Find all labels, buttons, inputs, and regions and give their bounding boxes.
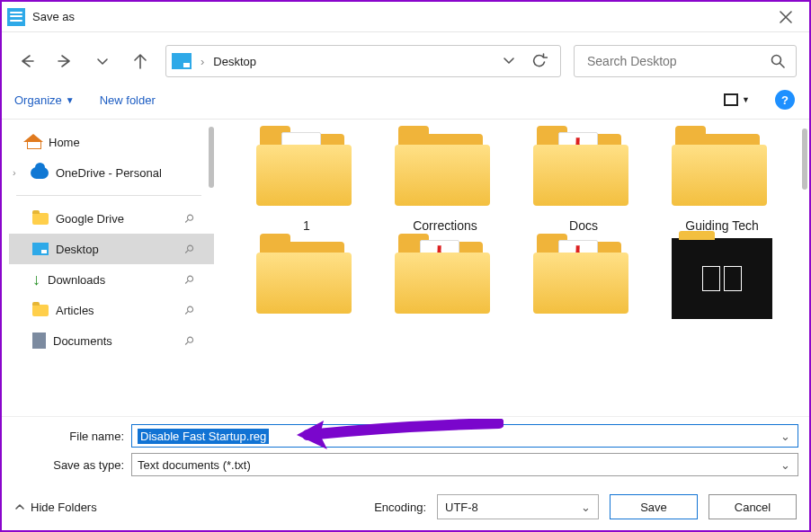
pin-icon: ⚲	[182, 271, 198, 288]
view-icon	[724, 93, 738, 106]
breadcrumb-location[interactable]: Desktop	[213, 55, 256, 68]
file-name-label: File name:	[13, 430, 131, 443]
grid-item[interactable]	[655, 238, 789, 326]
window-title: Save as	[32, 10, 766, 23]
organize-label: Organize	[14, 93, 62, 107]
encoding-value: UTF-8	[445, 501, 478, 514]
grid-item[interactable]: Guiding Tech	[655, 130, 789, 233]
grid-item[interactable]: 人	[516, 238, 651, 326]
help-button[interactable]: ?	[775, 90, 795, 110]
tree-label: Articles	[56, 304, 94, 317]
grid-item[interactable]: 1	[239, 130, 374, 233]
tree-label: Desktop	[56, 243, 99, 256]
tree-item-google-drive[interactable]: Google Drive ⚲	[9, 203, 214, 234]
title-bar: Save as	[2, 2, 809, 32]
save-type-value: Text documents (*.txt)	[138, 458, 251, 472]
arrow-left-icon	[18, 52, 36, 70]
dialog-body: Home › OneDrive - Personal Google Drive …	[2, 120, 809, 416]
chevron-down-icon[interactable]: ⌄	[581, 501, 591, 514]
tree-onedrive[interactable]: › OneDrive - Personal	[9, 157, 214, 188]
file-name-value: Disable Fast Startup.reg	[138, 429, 269, 444]
document-icon	[32, 332, 46, 349]
search-input[interactable]	[585, 53, 771, 69]
close-icon	[780, 11, 792, 23]
grid-item[interactable]: 人	[378, 238, 512, 326]
toolbar: Organize ▼ New folder ▼ ?	[2, 86, 809, 120]
cancel-button[interactable]: Cancel	[709, 494, 797, 519]
chevron-down-icon: ▼	[66, 95, 75, 105]
desktop-icon	[172, 53, 192, 69]
back-button[interactable]	[14, 49, 40, 74]
refresh-icon	[531, 53, 548, 69]
download-icon: ↓	[32, 273, 40, 286]
tree-item-documents[interactable]: Documents ⚲	[9, 325, 214, 356]
thumbnail-icon	[672, 238, 772, 319]
arrow-right-icon	[56, 52, 74, 70]
pin-icon: ⚲	[182, 241, 198, 257]
tree-label: Downloads	[48, 273, 105, 287]
desktop-icon	[32, 243, 49, 255]
grid-item[interactable]: Corrections	[378, 130, 512, 233]
chevron-up-icon	[14, 501, 25, 512]
home-icon	[25, 135, 41, 149]
save-as-dialog: Save as › Desktop	[0, 0, 811, 532]
folder-icon	[32, 305, 49, 316]
tree-label: Documents	[53, 334, 112, 348]
save-type-field[interactable]: Text documents (*.txt) ⌄	[131, 453, 798, 476]
item-label: Docs	[569, 218, 598, 233]
pin-icon: ⚲	[182, 302, 198, 318]
hide-folders-toggle[interactable]: Hide Folders	[14, 501, 97, 514]
refresh-button[interactable]	[524, 53, 555, 69]
encoding-label: Encoding:	[374, 501, 426, 514]
forward-button[interactable]	[52, 49, 77, 74]
save-form: File name: Disable Fast Startup.reg ⌄ Sa…	[2, 416, 809, 485]
chevron-down-icon	[503, 54, 515, 66]
chevron-down-icon: ▼	[742, 95, 750, 104]
divider	[16, 195, 201, 196]
up-button[interactable]	[128, 49, 153, 74]
dialog-footer: Hide Folders Encoding: UTF-8 ⌄ Save Canc…	[2, 485, 809, 530]
address-bar[interactable]: › Desktop	[165, 45, 561, 77]
search-icon	[771, 54, 785, 68]
hide-folders-label: Hide Folders	[31, 501, 97, 514]
chevron-down-icon	[96, 55, 109, 67]
view-mode-button[interactable]: ▼	[724, 93, 750, 106]
app-icon	[7, 8, 25, 26]
address-dropdown[interactable]	[503, 54, 515, 69]
cloud-icon	[31, 167, 49, 179]
encoding-select[interactable]: UTF-8 ⌄	[437, 494, 599, 519]
item-label: 1	[303, 218, 310, 233]
pin-icon: ⚲	[182, 210, 198, 226]
folder-icon	[32, 213, 49, 225]
chevron-down-icon[interactable]: ⌄	[780, 458, 790, 472]
organize-menu[interactable]: Organize ▼	[14, 93, 75, 107]
save-button[interactable]: Save	[610, 494, 698, 519]
grid-item[interactable]	[239, 238, 374, 326]
tree-label: Google Drive	[56, 212, 124, 226]
nav-sidebar: Home › OneDrive - Personal Google Drive …	[2, 120, 214, 416]
scrollbar[interactable]	[802, 129, 807, 190]
breadcrumb-separator-icon: ›	[201, 55, 204, 68]
pin-icon: ⚲	[182, 332, 198, 349]
save-type-label: Save as type:	[13, 458, 131, 472]
recent-dropdown[interactable]	[90, 49, 115, 74]
tree-item-downloads[interactable]: ↓ Downloads ⚲	[9, 264, 214, 295]
arrow-up-icon	[131, 52, 149, 70]
search-box[interactable]	[574, 45, 797, 77]
item-label: Corrections	[413, 218, 477, 233]
tree-item-articles[interactable]: Articles ⚲	[9, 295, 214, 325]
new-folder-button[interactable]: New folder	[100, 93, 156, 107]
tree-label: OneDrive - Personal	[56, 166, 162, 180]
chevron-down-icon[interactable]: ⌄	[780, 430, 790, 443]
nav-row: › Desktop	[2, 32, 809, 86]
close-button[interactable]	[766, 4, 806, 31]
grid-item[interactable]: 人 Docs	[516, 130, 651, 233]
tree-home[interactable]: Home	[9, 127, 214, 157]
chevron-right-icon[interactable]: ›	[13, 167, 23, 178]
file-name-field[interactable]: Disable Fast Startup.reg ⌄	[131, 424, 798, 448]
tree-label: Home	[49, 136, 80, 149]
tree-item-desktop[interactable]: Desktop ⚲	[9, 234, 214, 264]
file-grid: 1 Corrections 人 Docs Guiding Tech	[214, 120, 809, 416]
